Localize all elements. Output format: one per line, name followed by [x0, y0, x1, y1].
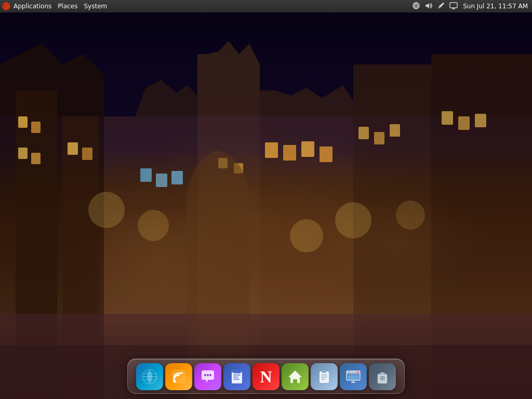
- home-icon: [282, 363, 309, 390]
- svg-rect-85: [380, 373, 384, 374]
- svg-rect-66: [233, 379, 240, 380]
- clipboard-icon: [311, 363, 338, 390]
- svg-rect-69: [294, 379, 297, 383]
- svg-point-61: [209, 374, 211, 376]
- svg-point-60: [207, 374, 209, 376]
- svg-rect-74: [321, 379, 325, 380]
- wallpaper-photo: [0, 12, 532, 399]
- input-icon[interactable]: [436, 2, 446, 11]
- svg-point-82: [355, 371, 357, 373]
- dock-item-clipboard[interactable]: [311, 363, 338, 390]
- svg-rect-79: [349, 376, 358, 380]
- svg-rect-63: [233, 373, 241, 374]
- top-panel: Applications Places System: [0, 0, 532, 12]
- dock-item-screenlet[interactable]: [340, 363, 367, 390]
- trash-icon: ♻: [369, 363, 396, 390]
- svg-rect-65: [233, 377, 238, 378]
- svg-point-4: [6, 7, 7, 8]
- dock-item-notes[interactable]: N: [252, 363, 280, 390]
- svg-point-5: [5, 7, 6, 8]
- svg-rect-73: [321, 377, 327, 378]
- svg-point-0: [4, 4, 9, 9]
- dock-item-home[interactable]: [282, 363, 309, 390]
- dock-item-writer[interactable]: [223, 363, 250, 390]
- dock-item-feed[interactable]: [165, 363, 192, 390]
- dock-item-trash[interactable]: ♻: [369, 363, 396, 390]
- system-tray: Sun Jul 21, 11:57 AM: [411, 2, 530, 11]
- display-icon[interactable]: [448, 2, 459, 11]
- applications-menu[interactable]: Applications: [10, 2, 55, 11]
- notes-icon: N: [252, 363, 280, 390]
- chat-icon: [194, 363, 221, 390]
- svg-point-59: [204, 374, 206, 376]
- svg-point-3: [4, 6, 5, 7]
- network-icon[interactable]: [411, 2, 421, 11]
- dock-item-browser[interactable]: [136, 363, 163, 390]
- panel-menu-bar: Applications Places System: [2, 2, 110, 11]
- svg-point-2: [7, 4, 8, 5]
- notes-letter: N: [260, 367, 272, 387]
- system-clock[interactable]: Sun Jul 21, 11:57 AM: [461, 3, 530, 10]
- svg-point-58: [174, 380, 176, 383]
- svg-point-81: [357, 371, 359, 373]
- svg-rect-71: [322, 370, 326, 373]
- gnome-foot-icon[interactable]: [2, 2, 10, 10]
- desktop: N: [0, 12, 532, 399]
- svg-rect-72: [321, 375, 327, 376]
- screenlet-icon: [340, 363, 367, 390]
- svg-point-1: [5, 5, 6, 6]
- dock: N: [127, 358, 405, 394]
- system-menu[interactable]: System: [81, 2, 110, 11]
- places-menu[interactable]: Places: [55, 2, 81, 11]
- feed-icon: [165, 363, 192, 390]
- dock-item-chat[interactable]: [194, 363, 221, 390]
- svg-rect-67: [232, 370, 242, 373]
- svg-rect-64: [233, 375, 241, 376]
- svg-text:♻: ♻: [380, 375, 385, 381]
- svg-marker-10: [425, 3, 429, 8]
- browser-icon: [136, 363, 163, 390]
- volume-icon[interactable]: [423, 2, 434, 11]
- svg-rect-11: [450, 3, 457, 8]
- writer-icon: [223, 363, 250, 390]
